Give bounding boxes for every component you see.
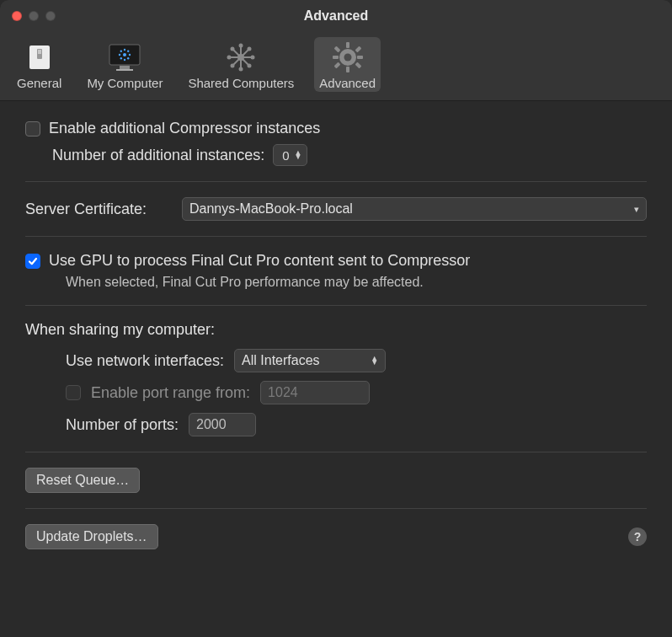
- sharing-heading: When sharing my computer:: [25, 321, 647, 339]
- port-range-from-field[interactable]: 1024: [260, 381, 370, 404]
- server-cert-label: Server Certificate:: [25, 201, 168, 218]
- tab-label: My Computer: [87, 76, 163, 90]
- svg-point-31: [248, 64, 252, 68]
- server-cert-value: Dannys-MacBook-Pro.local: [189, 201, 353, 217]
- stepper-caret-icon: ▲▼: [294, 151, 301, 159]
- reset-queue-button[interactable]: Reset Queue…: [25, 468, 140, 493]
- svg-rect-37: [333, 46, 340, 53]
- instances-count-label: Number of additional instances:: [52, 147, 264, 164]
- divider: [25, 508, 647, 509]
- tab-label: Shared Computers: [188, 76, 294, 90]
- monitor-icon: [108, 40, 141, 74]
- divider: [25, 236, 647, 237]
- network-interfaces-label: Use network interfaces:: [66, 352, 224, 370]
- tab-my-computer[interactable]: My Computer: [82, 37, 168, 92]
- divider: [25, 452, 647, 452]
- tab-general[interactable]: General: [12, 37, 67, 92]
- update-droplets-row: Update Droplets… ?: [25, 524, 647, 549]
- svg-point-6: [123, 53, 126, 56]
- titlebar: Advanced: [0, 0, 672, 32]
- svg-rect-2: [38, 50, 41, 54]
- update-droplets-label: Update Droplets…: [36, 529, 147, 544]
- port-range-checkbox[interactable]: [66, 385, 81, 400]
- svg-point-14: [127, 57, 129, 59]
- chevron-down-icon: ▾: [634, 204, 639, 215]
- gpu-row: Use GPU to process Final Cut Pro content…: [25, 252, 647, 270]
- svg-point-8: [124, 59, 125, 61]
- svg-rect-35: [333, 56, 339, 59]
- svg-rect-40: [333, 62, 340, 69]
- svg-rect-34: [346, 67, 349, 72]
- instances-count-value: 0: [282, 148, 289, 163]
- window-controls: [0, 11, 56, 21]
- prefs-toolbar: General My Computer Shared Computers Adv…: [0, 32, 672, 101]
- svg-point-25: [239, 67, 243, 72]
- divider: [25, 305, 647, 306]
- num-ports-field[interactable]: 2000: [189, 413, 256, 436]
- svg-point-10: [129, 54, 131, 56]
- num-ports-row: Number of ports: 2000: [25, 413, 647, 436]
- svg-rect-4: [120, 66, 130, 69]
- reset-queue-label: Reset Queue…: [36, 473, 129, 488]
- svg-rect-38: [355, 62, 361, 69]
- port-range-from-value: 1024: [268, 385, 298, 400]
- svg-point-29: [248, 47, 252, 51]
- svg-point-24: [239, 44, 243, 48]
- network-interfaces-value: All Interfaces: [242, 353, 319, 368]
- svg-point-9: [119, 54, 120, 56]
- gpu-checkbox[interactable]: [25, 254, 40, 269]
- stepper-caret-icon: ▲▼: [371, 356, 378, 365]
- advanced-pane: Enable additional Compressor instances N…: [0, 101, 672, 566]
- svg-point-27: [251, 56, 255, 60]
- close-window-button[interactable]: [12, 11, 22, 21]
- server-cert-select[interactable]: Dannys-MacBook-Pro.local ▾: [182, 197, 647, 221]
- network-interfaces-select[interactable]: All Interfaces ▲▼: [234, 349, 386, 372]
- minimize-window-button[interactable]: [29, 11, 39, 21]
- enable-instances-label: Enable additional Compressor instances: [49, 120, 320, 137]
- tab-label: Advanced: [319, 76, 376, 90]
- port-range-row: Enable port range from: 1024: [25, 381, 647, 404]
- help-button[interactable]: ?: [628, 527, 647, 546]
- update-droplets-button[interactable]: Update Droplets…: [25, 524, 158, 549]
- svg-point-23: [237, 54, 244, 61]
- tab-shared-computers[interactable]: Shared Computers: [183, 37, 299, 92]
- svg-point-11: [120, 51, 122, 52]
- svg-point-30: [231, 64, 235, 68]
- num-ports-value: 2000: [196, 417, 227, 432]
- svg-rect-36: [357, 56, 363, 59]
- svg-rect-5: [116, 69, 133, 71]
- window-title: Advanced: [0, 8, 672, 24]
- general-icon: [23, 40, 56, 74]
- svg-point-7: [124, 49, 125, 51]
- reset-queue-row: Reset Queue…: [25, 468, 647, 493]
- svg-rect-39: [355, 46, 361, 53]
- svg-point-12: [127, 51, 129, 52]
- gear-icon: [331, 40, 365, 74]
- num-ports-label: Number of ports:: [66, 416, 179, 434]
- svg-rect-33: [346, 42, 349, 48]
- enable-instances-row: Enable additional Compressor instances: [25, 120, 647, 137]
- instances-count-stepper[interactable]: 0 ▲▼: [273, 144, 307, 166]
- network-icon: [224, 40, 258, 74]
- divider: [25, 181, 647, 182]
- network-interfaces-row: Use network interfaces: All Interfaces ▲…: [25, 349, 647, 372]
- svg-point-41: [344, 54, 351, 62]
- tab-label: General: [17, 76, 61, 90]
- gpu-hint: When selected, Final Cut Pro performance…: [25, 275, 647, 290]
- enable-instances-checkbox[interactable]: [25, 121, 40, 136]
- gpu-label: Use GPU to process Final Cut Pro content…: [49, 252, 470, 270]
- port-range-label: Enable port range from:: [91, 384, 250, 402]
- server-cert-row: Server Certificate: Dannys-MacBook-Pro.l…: [25, 197, 647, 221]
- zoom-window-button[interactable]: [45, 11, 56, 21]
- instances-count-row: Number of additional instances: 0 ▲▼: [25, 144, 647, 166]
- tab-advanced[interactable]: Advanced: [314, 37, 381, 92]
- svg-point-13: [120, 57, 122, 59]
- svg-point-26: [227, 56, 232, 60]
- svg-point-28: [231, 47, 235, 51]
